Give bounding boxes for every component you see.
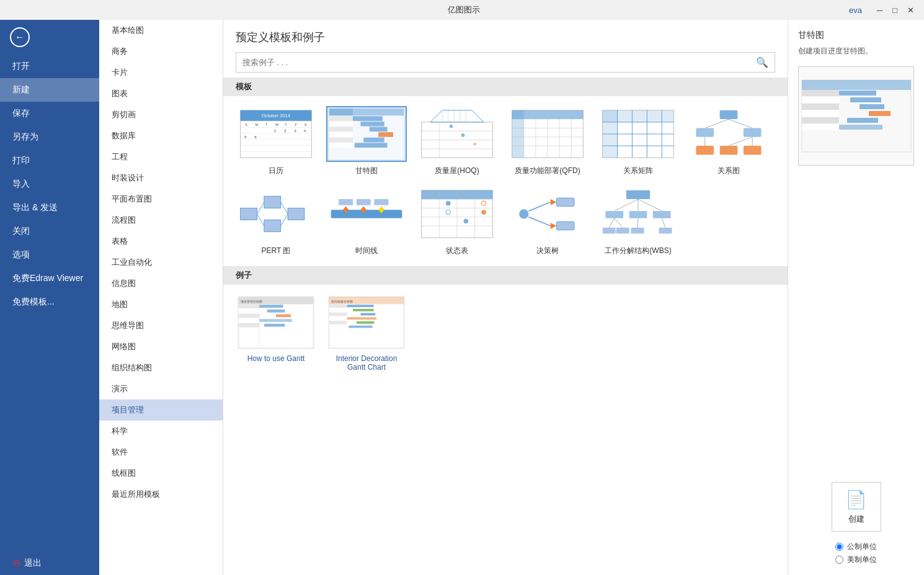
category-orgchart[interactable]: 组织结构图 [99, 357, 223, 378]
create-icon: 📄 [845, 489, 867, 510]
template-label-reldiagram: 关系图 [717, 166, 740, 176]
template-thumb-relmatrix [598, 106, 678, 162]
create-label: 创建 [848, 514, 864, 525]
sidebar-item-new[interactable]: 新建 [0, 78, 99, 102]
template-reldiagram[interactable]: 关系图 [688, 106, 769, 176]
sidebar-item-freetemplate[interactable]: 免费模板... [0, 290, 99, 314]
example-howtousegantt[interactable]: 项目管理甘特图 [236, 295, 316, 372]
svg-line-133 [662, 218, 665, 228]
back-button[interactable]: ← [0, 20, 99, 55]
sidebar-item-close[interactable]: 关闭 [0, 220, 99, 243]
svg-text:W: W [275, 123, 279, 127]
template-pert[interactable]: PERT 图 [236, 186, 316, 256]
category-industrial[interactable]: 工业自动化 [99, 252, 223, 273]
template-timeline[interactable]: 时间线 [326, 186, 407, 256]
template-thumb-timeline [326, 186, 407, 242]
svg-rect-95 [339, 199, 353, 205]
maximize-button[interactable]: □ [887, 4, 902, 16]
category-presentation[interactable]: 演示 [99, 378, 223, 399]
sidebar-item-import[interactable]: 导入 [0, 172, 99, 196]
svg-marker-38 [430, 110, 484, 122]
category-infographic[interactable]: 信息图 [99, 273, 223, 294]
template-gantt[interactable]: 甘特图 [326, 106, 407, 176]
category-clipart[interactable]: 剪切画 [99, 104, 223, 125]
svg-line-129 [638, 199, 662, 211]
category-card[interactable]: 卡片 [99, 62, 223, 83]
category-wireframe[interactable]: 线框图 [99, 463, 223, 484]
category-software[interactable]: 软件 [99, 442, 223, 463]
svg-rect-85 [264, 220, 281, 232]
category-projectmgmt[interactable]: 项目管理 [99, 399, 223, 421]
svg-rect-77 [744, 146, 762, 154]
category-engineering[interactable]: 工程 [99, 146, 223, 167]
app-title: 亿图图示 [79, 4, 849, 16]
template-statetable[interactable]: 状态表 [417, 186, 497, 256]
category-mindmap[interactable]: 思维导图 [99, 315, 223, 336]
svg-line-89 [281, 202, 288, 214]
template-label-gantt: 甘特图 [355, 166, 378, 176]
svg-line-114 [528, 217, 550, 226]
svg-rect-32 [378, 132, 393, 137]
category-recent[interactable]: 最近所用模板 [99, 484, 223, 505]
search-button[interactable]: 🔍 [750, 53, 775, 72]
category-table[interactable]: 表格 [99, 231, 223, 252]
example-interiorgantt[interactable]: 室内装修甘特图 [326, 295, 407, 372]
sidebar-item-saveas[interactable]: 另存为 [0, 125, 99, 149]
create-button[interactable]: 📄 创建 [832, 482, 881, 532]
sidebar-item-save[interactable]: 保存 [0, 102, 99, 125]
svg-text:T: T [265, 123, 268, 127]
imperial-unit-option[interactable]: 美制单位 [835, 555, 877, 565]
minimize-button[interactable]: ─ [872, 4, 887, 16]
template-wbs[interactable]: 工作分解结构(WBS) [598, 186, 678, 256]
metric-unit-option[interactable]: 公制单位 [835, 542, 877, 552]
svg-point-111 [481, 210, 486, 215]
category-chart[interactable]: 图表 [99, 83, 223, 104]
search-input[interactable] [236, 54, 750, 71]
template-decisiontree[interactable]: 决策树 [507, 186, 588, 256]
content-area: 预定义模板和例子 🔍 模板 October 2014 [223, 20, 788, 575]
category-database[interactable]: 数据库 [99, 125, 223, 146]
category-business[interactable]: 商务 [99, 41, 223, 62]
template-qfd[interactable]: 质量功能部署(QFD) [507, 106, 588, 176]
svg-rect-118 [556, 221, 574, 230]
category-floorplan[interactable]: 平面布置图 [99, 189, 223, 210]
category-network[interactable]: 网络图 [99, 336, 223, 357]
category-basic[interactable]: 基本绘图 [99, 20, 223, 41]
svg-point-50 [474, 143, 476, 145]
sidebar-item-edrawviewer[interactable]: 免费Edraw Viewer [0, 267, 99, 290]
svg-rect-23 [329, 109, 353, 115]
svg-text:2: 2 [284, 129, 286, 133]
template-relmatrix[interactable]: 关系矩阵 [598, 106, 678, 176]
sidebar-item-open[interactable]: 打开 [0, 55, 99, 78]
svg-rect-141 [267, 310, 285, 313]
category-science[interactable]: 科学 [99, 421, 223, 442]
svg-text:T: T [285, 123, 287, 127]
svg-rect-83 [241, 208, 257, 220]
template-hoq[interactable]: 质量屋(HOQ) [417, 106, 497, 176]
category-map[interactable]: 地图 [99, 294, 223, 315]
sidebar-item-print[interactable]: 打印 [0, 149, 99, 172]
category-fashion[interactable]: 时装设计 [99, 167, 223, 189]
template-calendar[interactable]: October 2014 S M T W T F S [236, 106, 316, 176]
sidebar-item-options[interactable]: 选项 [0, 243, 99, 267]
template-label-relmatrix: 关系矩阵 [623, 166, 653, 176]
imperial-radio[interactable] [835, 556, 843, 564]
user-label: eva [849, 6, 862, 15]
svg-rect-170 [850, 97, 881, 102]
unit-radio-group: 公制单位 美制单位 [835, 542, 877, 565]
close-button[interactable]: ✕ [902, 4, 919, 16]
svg-rect-30 [370, 127, 388, 132]
svg-rect-97 [374, 199, 388, 205]
template-label-statetable: 状态表 [446, 246, 468, 256]
svg-rect-163 [329, 325, 347, 329]
svg-rect-157 [329, 313, 347, 316]
sidebar-item-exit[interactable]: ⊖ 退出 [0, 551, 99, 575]
category-flowchart[interactable]: 流程图 [99, 210, 223, 231]
svg-point-48 [450, 125, 453, 128]
svg-rect-35 [329, 143, 353, 148]
metric-radio[interactable] [835, 543, 843, 551]
sidebar-item-export[interactable]: 导出 & 发送 [0, 196, 99, 220]
svg-text:5: 5 [244, 135, 246, 139]
svg-rect-33 [329, 138, 353, 143]
svg-line-90 [281, 214, 288, 226]
